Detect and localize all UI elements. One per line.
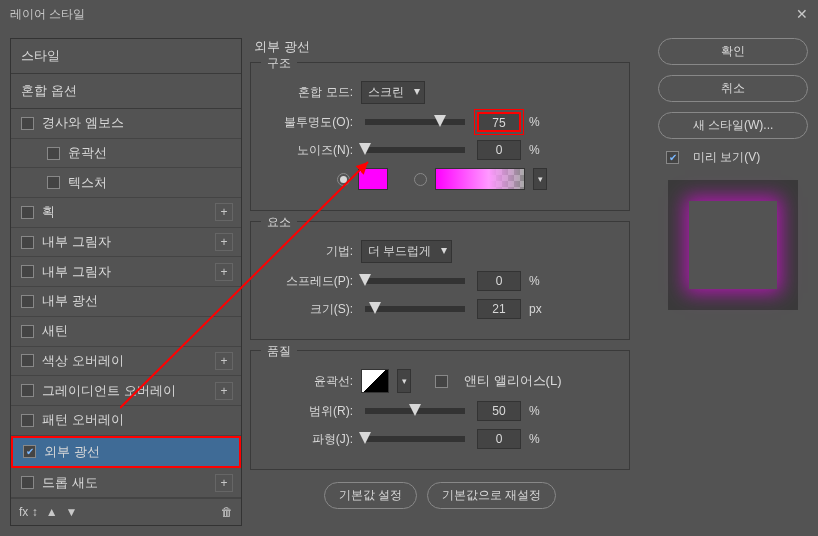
window-title: 레이어 스타일 [10, 6, 85, 23]
cancel-button[interactable]: 취소 [658, 75, 808, 102]
arrow-up-icon[interactable]: ▲ [46, 505, 58, 519]
blend-mode-select[interactable]: 스크린 [361, 81, 425, 104]
arrow-down-icon[interactable]: ▼ [66, 505, 78, 519]
checkbox-icon[interactable] [21, 295, 34, 308]
set-default-button[interactable]: 기본값 설정 [324, 482, 417, 509]
checkbox-icon[interactable] [21, 206, 34, 219]
sidebar-item-label: 획 [42, 203, 55, 221]
gradient-radio[interactable] [414, 173, 427, 186]
reset-default-button[interactable]: 기본값으로 재설정 [427, 482, 556, 509]
checkbox-icon[interactable] [21, 236, 34, 249]
noise-slider[interactable] [365, 147, 465, 153]
styles-header[interactable]: 스타일 [11, 39, 241, 73]
contour-dropdown-icon[interactable]: ▾ [397, 369, 411, 393]
preview-swatch [689, 201, 777, 289]
checkbox-icon[interactable] [666, 151, 679, 164]
content-title: 외부 광선 [250, 38, 650, 56]
noise-input[interactable]: 0 [477, 140, 521, 160]
sidebar-item-label: 드롭 새도 [42, 474, 98, 492]
sidebar-item-outer-glow[interactable]: 외부 광선 [11, 436, 241, 469]
size-input[interactable]: 21 [477, 299, 521, 319]
content-panel: 외부 광선 구조 혼합 모드: 스크린 불투명도(O): 75 % 노이즈(N)… [250, 38, 650, 526]
preview-box [668, 180, 798, 310]
svg-line-0 [120, 162, 368, 408]
spread-unit: % [529, 274, 549, 288]
jitter-input[interactable]: 0 [477, 429, 521, 449]
spread-slider[interactable] [365, 278, 465, 284]
opacity-input[interactable]: 75 [477, 112, 521, 132]
fx-menu-icon[interactable]: fx ↕ [19, 505, 38, 519]
annotation-arrow [120, 158, 380, 418]
sidebar-item-label: 내부 그림자 [42, 263, 111, 281]
size-slider[interactable] [365, 306, 465, 312]
ok-button[interactable]: 확인 [658, 38, 808, 65]
anti-alias-label: 앤티 앨리어스(L) [464, 372, 562, 390]
sidebar-item-label: 패턴 오버레이 [42, 411, 124, 429]
noise-unit: % [529, 143, 549, 157]
structure-title: 구조 [261, 55, 297, 72]
jitter-unit: % [529, 432, 549, 446]
checkbox-icon[interactable] [23, 445, 36, 458]
checkbox-icon[interactable] [21, 325, 34, 338]
main-container: 스타일 혼합 옵션 경사와 엠보스 윤곽선 텍스처 획 + 내부 그림자 + 내 [0, 28, 818, 536]
checkbox-icon[interactable] [21, 354, 34, 367]
sidebar-item-label: 색상 오버레이 [42, 352, 124, 370]
plus-icon[interactable]: + [215, 474, 233, 492]
sidebar-item-label: 내부 광선 [42, 292, 98, 310]
gradient-swatch[interactable] [435, 168, 525, 190]
checkbox-icon[interactable] [21, 414, 34, 427]
opacity-label: 불투명도(O): [265, 114, 353, 131]
close-icon[interactable]: ✕ [796, 6, 808, 22]
opacity-unit: % [529, 115, 549, 129]
sidebar-item-label: 텍스처 [68, 174, 107, 192]
sidebar-item-label: 외부 광선 [44, 443, 100, 461]
titlebar: 레이어 스타일 ✕ [0, 0, 818, 28]
sidebar-item-drop-shadow[interactable]: 드롭 새도 + [11, 468, 241, 498]
checkbox-icon[interactable] [47, 147, 60, 160]
preview-label: 미리 보기(V) [693, 149, 760, 166]
preview-toggle[interactable]: 미리 보기(V) [658, 149, 808, 166]
range-slider[interactable] [365, 408, 465, 414]
anti-alias-checkbox[interactable] [435, 375, 448, 388]
checkbox-icon[interactable] [21, 384, 34, 397]
sidebar-item-label: 새틴 [42, 322, 68, 340]
opacity-slider[interactable] [365, 119, 465, 125]
blend-options-header[interactable]: 혼합 옵션 [11, 74, 241, 108]
sidebar-item-bevel[interactable]: 경사와 엠보스 [11, 109, 241, 139]
sidebar-footer: fx ↕ ▲ ▼ 🗑 [11, 498, 241, 525]
range-input[interactable]: 50 [477, 401, 521, 421]
checkbox-icon[interactable] [21, 265, 34, 278]
spread-input[interactable]: 0 [477, 271, 521, 291]
range-unit: % [529, 404, 549, 418]
sidebar-item-label: 내부 그림자 [42, 233, 111, 251]
checkbox-icon[interactable] [47, 176, 60, 189]
checkbox-icon[interactable] [21, 476, 34, 489]
jitter-slider[interactable] [365, 436, 465, 442]
defaults-buttons: 기본값 설정 기본값으로 재설정 [250, 482, 630, 509]
blend-mode-label: 혼합 모드: [265, 84, 353, 101]
checkbox-icon[interactable] [21, 117, 34, 130]
sidebar-item-label: 윤곽선 [68, 144, 107, 162]
size-unit: px [529, 302, 549, 316]
sidebar-item-label: 경사와 엠보스 [42, 114, 124, 132]
new-style-button[interactable]: 새 스타일(W)... [658, 112, 808, 139]
gradient-dropdown-icon[interactable]: ▾ [533, 168, 547, 190]
jitter-label: 파형(J): [265, 431, 353, 448]
right-column: 확인 취소 새 스타일(W)... 미리 보기(V) [658, 38, 808, 526]
noise-label: 노이즈(N): [265, 142, 353, 159]
trash-icon[interactable]: 🗑 [221, 505, 233, 519]
